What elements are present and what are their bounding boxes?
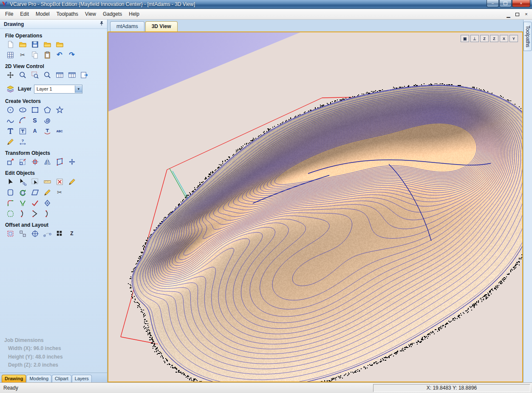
layout-copies-icon[interactable] [17, 229, 28, 238]
align-selection-icon[interactable] [30, 157, 40, 166]
view-down-z-icon[interactable]: Z [480, 35, 489, 42]
child-minimize-button[interactable]: ▁ [505, 11, 512, 17]
close-button[interactable]: × [512, 0, 530, 7]
cursor-coordinates: X: 19.8483 Y: 18.8896 [373, 384, 530, 392]
menu-model[interactable]: Model [32, 10, 53, 18]
panel-tab-modeling[interactable]: Modeling [26, 375, 51, 382]
view-along-y-icon[interactable]: Y [509, 35, 518, 42]
child-restore-button[interactable] [514, 11, 521, 17]
fit-curve-tool-icon[interactable] [17, 198, 28, 208]
draw-arc-icon[interactable] [17, 116, 28, 125]
transform-tool-icon[interactable] [30, 177, 40, 186]
view-fit-icon[interactable]: ▣ [461, 35, 469, 42]
redo-icon[interactable]: ↷ [67, 50, 77, 60]
hatch-tool-icon[interactable] [42, 188, 52, 197]
terrain-canvas[interactable] [108, 32, 523, 382]
zoom-selected-icon[interactable] [42, 70, 52, 80]
job-setup-icon[interactable] [5, 50, 15, 60]
delete-object-icon[interactable] [54, 177, 65, 186]
viewport-3d[interactable]: ▣⊥ZZXY [108, 31, 523, 382]
open-file-icon[interactable] [17, 40, 28, 49]
center-in-material-icon[interactable] [67, 157, 77, 166]
zoom-extents-icon[interactable] [54, 70, 65, 80]
trace-bitmap-icon[interactable] [5, 137, 15, 146]
child-close-button[interactable]: × [523, 11, 529, 17]
text-on-curve-icon[interactable] [42, 126, 52, 136]
draw-polygon-icon[interactable] [42, 105, 52, 114]
nest-parts-icon[interactable]: Z [67, 229, 77, 238]
draw-rectangle-icon[interactable] [30, 105, 40, 114]
dimension-tool-icon[interactable] [17, 137, 28, 146]
copy-along-vector-icon[interactable] [42, 229, 52, 238]
offset-vectors-icon[interactable] [5, 229, 15, 238]
panel-tab-layers[interactable]: Layers [72, 375, 92, 382]
draw-star-icon[interactable] [54, 105, 65, 114]
array-copy-icon[interactable] [54, 229, 65, 238]
tab-mtadams[interactable]: mtAdams [110, 21, 144, 31]
draw-ellipse-icon[interactable] [17, 105, 28, 114]
menu-bar: FileEditModelToolpathsViewGadgetsHelp ▁ … [0, 9, 532, 20]
draw-text-box-icon[interactable] [17, 126, 28, 136]
new-file-icon[interactable] [5, 40, 15, 49]
close-vector-tool-icon[interactable] [5, 209, 15, 218]
copy-icon[interactable] [30, 50, 40, 60]
menu-toolpaths[interactable]: Toolpaths [53, 10, 82, 18]
node-edit-tool-icon[interactable] [17, 177, 28, 186]
sharp-corner-join-icon[interactable] [30, 209, 40, 218]
draw-circle-icon[interactable] [5, 105, 15, 114]
warp-tool-icon[interactable] [42, 198, 52, 208]
view-along-x-icon[interactable]: X [500, 35, 508, 42]
save-file-icon[interactable] [30, 40, 40, 49]
undo-icon[interactable]: ↶ [54, 50, 65, 60]
menu-help[interactable]: Help [125, 10, 143, 18]
layer-select[interactable]: Layer 1 ▼ [34, 85, 82, 94]
cut-icon[interactable]: ✂ [17, 50, 28, 60]
menu-view[interactable]: View [82, 10, 99, 18]
import-vectors-icon[interactable] [42, 40, 52, 49]
toggle-toolpath-panel-icon[interactable] [79, 70, 89, 80]
draw-curve-icon[interactable]: S [30, 116, 40, 125]
job-dimensions-title: Job Dimensions [4, 336, 107, 345]
restore-button[interactable] [499, 0, 512, 7]
zoom-fit-material-icon[interactable] [67, 70, 77, 80]
view-up-z-icon[interactable]: Z [490, 35, 498, 42]
chamfer-tool-icon[interactable] [30, 188, 40, 197]
text-select-icon[interactable]: A [30, 126, 40, 136]
validate-vectors-icon[interactable] [30, 198, 40, 208]
move-selection-icon[interactable] [5, 157, 15, 166]
quick-measure-icon[interactable] [42, 177, 52, 186]
distort-selection-icon[interactable] [54, 157, 65, 166]
trim-vectors-icon[interactable]: ✂ [54, 188, 65, 197]
export-vectors-icon[interactable] [54, 40, 65, 49]
zoom-interactive-icon[interactable] [17, 70, 28, 80]
menu-gadgets[interactable]: Gadgets [99, 10, 125, 18]
view-iso-icon[interactable]: ⊥ [470, 35, 479, 42]
menu-edit[interactable]: Edit [17, 10, 32, 18]
edit-shape-icon[interactable] [5, 188, 15, 197]
tab-3d-view[interactable]: 3D View [145, 21, 178, 31]
join-open-vectors-icon[interactable] [17, 209, 28, 218]
scale-selection-icon[interactable] [17, 157, 28, 166]
pick-tool-icon[interactable] [67, 177, 77, 186]
pin-icon[interactable] [99, 21, 104, 27]
job-dimensions: Job Dimensions Width (X): 96.0 inchesHei… [4, 336, 107, 369]
minimize-button[interactable]: – [487, 0, 499, 7]
mirror-selection-icon[interactable] [42, 157, 52, 166]
job-dimension-line: Depth (Z): 2.0 inches [8, 361, 107, 369]
rotate-shape-icon[interactable] [17, 188, 28, 197]
draw-spiral-icon[interactable] [42, 116, 52, 125]
smooth-join-icon[interactable] [42, 209, 52, 218]
panel-tab-drawing[interactable]: Drawing [2, 375, 26, 382]
draw-polyline-icon[interactable] [5, 116, 15, 125]
convert-text-icon[interactable]: ABC [54, 126, 65, 136]
panel-tab-clipart[interactable]: Clipart [52, 375, 71, 382]
pan-view-icon[interactable] [5, 70, 15, 80]
tab-toolpaths[interactable]: Toolpaths [524, 22, 532, 51]
draw-text-icon[interactable] [5, 126, 15, 136]
menu-file[interactable]: File [2, 10, 17, 18]
paste-icon[interactable] [42, 50, 52, 60]
offset-ring-icon[interactable] [30, 229, 40, 238]
select-tool-icon[interactable] [5, 177, 15, 186]
zoom-box-icon[interactable] [30, 70, 40, 80]
fillet-tool-icon[interactable] [5, 198, 15, 208]
